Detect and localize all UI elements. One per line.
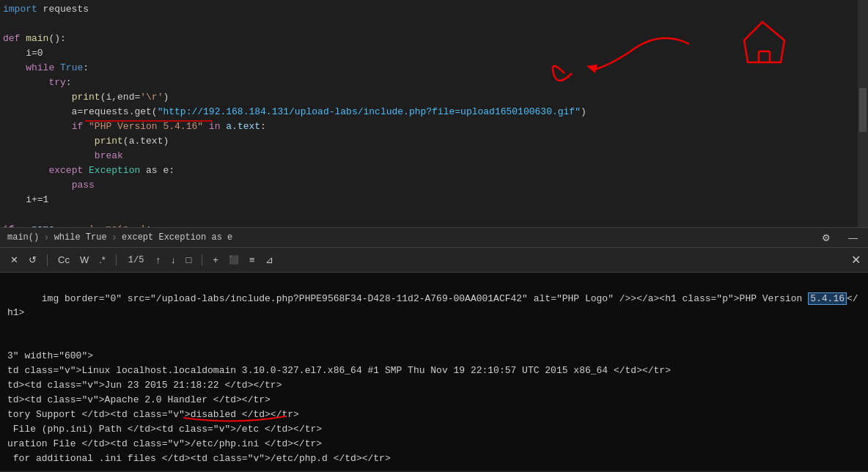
code-line-except: except Exception as e: (0, 164, 868, 179)
code-line-i0: i=0 (0, 47, 868, 62)
code-line-if: if "PHP Version 5.4.16" in a.text: (0, 120, 868, 135)
output-line-4: td><td class="v">Jun 23 2015 21:18:22 </… (7, 378, 861, 393)
output-line-6: tory Support </td><td class="v">disabled… (7, 408, 861, 422)
settings-button[interactable]: ⚙ (819, 231, 834, 245)
editor-scrollbar[interactable] (858, 0, 868, 227)
code-line-requests: a=requests.get("http://192.168.184.131/u… (0, 106, 868, 120)
code-line-while: while True: (0, 62, 868, 76)
toolbar-divider-2 (116, 254, 117, 266)
output-line-2: 3" width="600"> (7, 349, 861, 364)
breadcrumb-main: main() (7, 232, 39, 243)
toolbar-divider-1 (47, 254, 48, 266)
find-in-editor-button[interactable]: □ (183, 253, 194, 267)
add-cursor-button[interactable]: + (210, 253, 221, 267)
select-highlights-button[interactable]: ⬛ (226, 254, 242, 266)
case-sensitive-button[interactable]: Cc (55, 253, 73, 267)
output-line-blank (7, 334, 861, 349)
match-count: 1/5 (124, 255, 149, 265)
filter-button[interactable]: ⊿ (262, 253, 276, 267)
output-line-9: for additional .ini files </td><td class… (7, 451, 861, 466)
editor-scrollbar-thumb[interactable] (859, 88, 867, 132)
output-line-5: td><td class="v">Apache 2.0 Handler </td… (7, 393, 861, 408)
next-match-button[interactable]: ↓ (168, 253, 179, 267)
code-line-try: try: (0, 76, 868, 91)
prev-match-button[interactable]: ↑ (152, 253, 163, 267)
php-version-highlight: 5.4.16 (808, 292, 847, 305)
code-line-import: import requests (0, 3, 868, 18)
output-line-7: File (php.ini) Path </td><td class="v">/… (7, 422, 861, 437)
breadcrumb-except: except Exception as e (122, 232, 232, 243)
collapse-button[interactable]: — (845, 231, 861, 245)
toolbar-close-button[interactable]: ✕ (851, 253, 861, 267)
search-toolbar: ✕ ↺ Cc W .* 1/5 ↑ ↓ □ + ⬛ ≡ ⊿ ✕ (0, 248, 868, 273)
code-line-def: def main(): (0, 32, 868, 47)
close-find-button[interactable]: ✕ (7, 253, 21, 267)
collapse-results-button[interactable]: ≡ (246, 253, 258, 267)
code-line-pass: pass (0, 179, 868, 193)
code-line-break: break (0, 150, 868, 164)
output-line-1: img border="0" src="/upload-labs/include… (7, 277, 861, 334)
code-line-print2: print(a.text) (0, 135, 868, 150)
revert-button[interactable]: ↺ (26, 253, 40, 267)
regex-button[interactable]: .* (96, 253, 108, 267)
whole-word-button[interactable]: W (77, 253, 92, 267)
output-line-3: td class="v">Linux localhost.localdomain… (7, 364, 861, 378)
code-line-blank1 (0, 18, 868, 32)
breadcrumb-sep-1: › (43, 232, 49, 243)
breadcrumb-bar: main() › while True › except Exception a… (0, 227, 868, 248)
toolbar-divider-3 (202, 254, 202, 266)
breadcrumb-while: while True (54, 232, 107, 243)
breadcrumb-sep-2: › (111, 232, 117, 243)
output-terminal: img border="0" src="/upload-labs/include… (0, 273, 868, 471)
output-line-8: uration File </td><td class="v">/etc/php… (7, 437, 861, 451)
code-editor: import requests def main(): i=0 while Tr… (0, 0, 868, 227)
code-line-print1: print(i,end='\r') (0, 91, 868, 106)
code-line-iinc: i+=1 (0, 193, 868, 208)
code-line-blank2 (0, 208, 868, 223)
code-line-ifmain: if __name__ == '__main__': (0, 223, 868, 227)
